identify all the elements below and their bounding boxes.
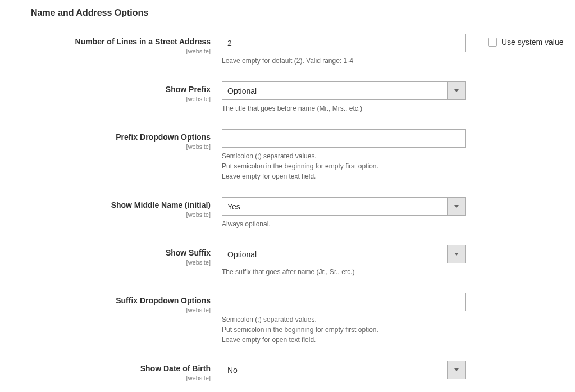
control-col: Semicolon (;) separated values. Put semi… <box>222 293 466 345</box>
scope-label: [website] <box>31 95 211 102</box>
control-col: No <box>222 361 466 379</box>
show-dob-select[interactable]: No <box>222 361 466 379</box>
select-toggle[interactable] <box>447 245 466 263</box>
select-value: Yes <box>222 197 447 216</box>
use-system-col: Use system value <box>466 34 563 47</box>
label-col: Show Middle Name (initial) [website] <box>31 197 222 218</box>
form-rows: Number of Lines in a Street Address [web… <box>31 34 575 392</box>
field-label: Show Date of Birth <box>140 364 211 373</box>
field-note: The title that goes before name (Mr., Mr… <box>222 103 466 113</box>
control-col: Optional The title that goes before name… <box>222 81 466 113</box>
control-col: Leave empty for default (2). Valid range… <box>222 34 466 66</box>
note-line: Semicolon (;) separated values. <box>222 151 466 161</box>
use-system-checkbox[interactable] <box>488 38 497 47</box>
field-label: Show Middle Name (initial) <box>111 200 211 209</box>
field-row-prefix-options: Prefix Dropdown Options [website] Semico… <box>31 129 575 181</box>
label-col: Suffix Dropdown Options [website] <box>31 293 222 313</box>
chevron-down-icon <box>454 253 459 256</box>
select-value: Optional <box>222 245 447 263</box>
note-line: Semicolon (;) separated values. <box>222 314 466 325</box>
field-note: Semicolon (;) separated values. Put semi… <box>222 314 466 345</box>
control-col: Yes Always optional. <box>222 197 466 229</box>
chevron-down-icon <box>454 205 459 208</box>
scope-label: [website] <box>31 259 211 266</box>
section-title: Name and Address Options <box>31 6 575 18</box>
field-row-show-middlename: Show Middle Name (initial) [website] Yes… <box>31 197 575 229</box>
select-toggle[interactable] <box>447 361 466 379</box>
scope-label: [website] <box>31 48 211 54</box>
label-col: Number of Lines in a Street Address [web… <box>31 34 222 54</box>
config-section: Name and Address Options Number of Lines… <box>0 0 575 392</box>
scope-label: [website] <box>31 211 211 218</box>
field-note: Leave empty for default (2). Valid range… <box>222 56 466 66</box>
show-prefix-select[interactable]: Optional <box>222 81 466 100</box>
field-label: Show Prefix <box>166 85 211 94</box>
use-system-label[interactable]: Use system value <box>501 38 563 47</box>
field-label: Suffix Dropdown Options <box>116 296 211 305</box>
control-col: Optional The suffix that goes after name… <box>222 245 466 277</box>
note-line: Leave empty for open text field. <box>222 171 466 181</box>
label-col: Show Prefix [website] <box>31 81 222 102</box>
chevron-down-icon <box>454 368 459 371</box>
field-note: The suffix that goes after name (Jr., Sr… <box>222 267 466 277</box>
field-row-show-prefix: Show Prefix [website] Optional The title… <box>31 81 575 113</box>
field-label: Prefix Dropdown Options <box>116 133 211 142</box>
note-line: Put semicolon in the beginning for empty… <box>222 161 466 171</box>
note-line: Put semicolon in the beginning for empty… <box>222 325 466 335</box>
scope-label: [website] <box>31 307 211 313</box>
field-row-show-suffix: Show Suffix [website] Optional The suffi… <box>31 245 575 277</box>
field-row-show-dob: Show Date of Birth [website] No <box>31 361 575 381</box>
field-note: Semicolon (;) separated values. Put semi… <box>222 151 466 181</box>
select-toggle[interactable] <box>447 81 466 100</box>
scope-label: [website] <box>31 375 211 381</box>
prefix-options-input[interactable] <box>222 129 466 148</box>
field-label: Show Suffix <box>166 248 211 257</box>
scope-label: [website] <box>31 143 211 150</box>
chevron-down-icon <box>454 89 459 92</box>
label-col: Show Suffix [website] <box>31 245 222 266</box>
select-value: No <box>222 361 447 379</box>
show-suffix-select[interactable]: Optional <box>222 245 466 263</box>
label-col: Show Date of Birth [website] <box>31 361 222 381</box>
note-line: Leave empty for open text field. <box>222 335 466 345</box>
show-middlename-select[interactable]: Yes <box>222 197 466 216</box>
suffix-options-input[interactable] <box>222 293 466 311</box>
field-note: Always optional. <box>222 219 466 229</box>
select-value: Optional <box>222 81 447 100</box>
field-row-suffix-options: Suffix Dropdown Options [website] Semico… <box>31 293 575 345</box>
field-label: Number of Lines in a Street Address <box>75 37 211 46</box>
select-toggle[interactable] <box>447 197 466 216</box>
field-row-street-lines: Number of Lines in a Street Address [web… <box>31 34 575 66</box>
label-col: Prefix Dropdown Options [website] <box>31 129 222 150</box>
street-lines-input[interactable] <box>222 34 466 52</box>
control-col: Semicolon (;) separated values. Put semi… <box>222 129 466 181</box>
